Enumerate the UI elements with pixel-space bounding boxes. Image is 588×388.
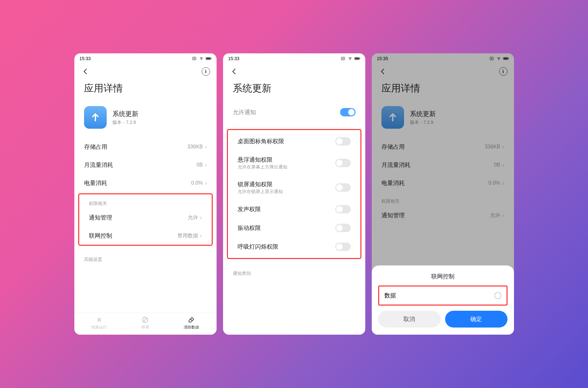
data-row[interactable]: 月流量消耗 0B› [74,156,217,174]
status-icons [340,56,360,61]
chevron-right-icon: › [502,212,504,219]
disable-label: 停用 [141,325,149,330]
lockscreen-permission-row[interactable]: 锁屏通知权限 允许在锁屏上显示通知 [228,175,360,200]
highlight-box-permissions: 权限相关 通知管理 允许› 联网控制 禁用数据› [78,193,213,246]
wifi-icon [347,56,353,61]
network-control-row[interactable]: 联网控制 禁用数据› [79,227,212,245]
battery-label: 电量消耗 [84,179,107,187]
svg-point-12 [498,59,499,60]
notification-value: 允许 [490,212,500,219]
chevron-right-icon: › [205,180,207,187]
chevron-right-icon: › [205,144,207,150]
notification-mgmt-row[interactable]: 通知管理 允许› [79,209,212,227]
sound-permission-toggle[interactable] [335,205,351,213]
storage-value: 336KB [187,144,203,150]
permission-section-label: 权限相关 [79,194,212,209]
bottom-action-bar: 结束运行 停用 清除数据 [74,313,217,335]
allow-notification-toggle[interactable] [340,108,356,116]
storage-label: 存储占用 [84,143,107,151]
disable-button[interactable]: 停用 [141,316,149,330]
chevron-right-icon: › [200,214,202,221]
app-name: 系统更新 [410,110,436,118]
app-icon [381,106,404,129]
page-title: 应用详情 [372,79,514,102]
title-bar [223,62,365,79]
notification-mgmt-row[interactable]: 通知管理 允许› [372,206,514,224]
storage-row[interactable]: 存储占用 336KB› [74,138,217,156]
data-option-radio[interactable] [494,292,501,299]
app-version: 版本：7.2.9 [410,120,436,125]
led-permission-toggle[interactable] [335,242,351,251]
title-bar: i [74,62,217,79]
network-value: 禁用数据 [177,232,198,239]
notification-label: 通知管理 [381,211,405,219]
info-icon[interactable]: i [499,67,508,76]
svg-rect-4 [206,58,210,59]
status-time: 15:33 [228,56,240,61]
back-button[interactable] [230,67,239,76]
battery-icon [354,56,360,61]
data-option-row[interactable]: 数据 [379,286,507,305]
page-title: 系统更新 [223,79,365,102]
floating-permission-toggle[interactable] [335,159,351,167]
sheet-title: 联网控制 [378,273,508,280]
cancel-label: 取消 [403,315,415,323]
close-x-icon [489,56,495,61]
svg-point-7 [350,59,350,60]
network-label: 联网控制 [89,232,112,240]
divider [233,127,356,127]
cancel-button[interactable]: 取消 [378,311,441,328]
app-version: 版本：7.2.9 [112,120,138,125]
perm-title: 振动权限 [238,224,261,232]
data-value: 0B [197,162,203,168]
battery-row[interactable]: 电量消耗 0.0%› [372,174,514,192]
wifi-icon [198,56,204,61]
back-button[interactable] [378,67,387,76]
confirm-button[interactable]: 确定 [445,311,508,328]
status-bar: 15:33 [74,53,217,62]
phone-screen-3: 15:35 i 应用详情 系统更新 版本：7.2.9 存储占用 [372,53,514,335]
perm-subtitle: 允许在屏幕上方弹出通知 [238,164,287,170]
badge-permission-row[interactable]: 桌面图标角标权限 [228,132,360,151]
svg-point-1 [201,59,202,60]
vibrate-permission-row[interactable]: 振动权限 [228,219,360,237]
battery-row[interactable]: 电量消耗 0.0%› [74,174,217,192]
allow-notification-label: 允许通知 [233,108,256,116]
advanced-section-label: 高级设置 [74,247,217,264]
clear-data-button[interactable]: 清除数据 [184,316,199,330]
force-stop-button[interactable]: 结束运行 [91,316,107,330]
back-button[interactable] [81,67,90,76]
badge-permission-toggle[interactable] [335,137,351,146]
svg-rect-9 [359,58,360,59]
phone-screen-1: 15:33 i 应用详情 系统更新 版本：7.2.9 存储占用 336KB› 月… [74,53,217,335]
lockscreen-permission-toggle[interactable] [335,183,351,192]
floating-permission-row[interactable]: 悬浮通知权限 允许在屏幕上方弹出通知 [228,151,360,175]
phone-screen-2: 15:33 系统更新 允许通知 桌面图标角标权限 悬浮通知权限 允许在屏幕上方弹… [223,53,365,335]
page-title: 应用详情 [74,79,217,102]
chevron-right-icon: › [200,232,202,239]
data-value: 0B [494,162,500,168]
chevron-right-icon: › [502,162,504,168]
data-row[interactable]: 月流量消耗 0B› [372,156,514,174]
led-permission-row[interactable]: 呼吸灯闪烁权限 [228,237,360,256]
storage-row[interactable]: 存储占用 336KB› [372,138,514,156]
data-option-label: 数据 [384,292,396,299]
status-icons [191,56,211,61]
highlight-box-data-option: 数据 [378,286,508,306]
allow-notification-row[interactable]: 允许通知 [223,102,365,125]
title-bar: i [372,62,514,79]
notification-value: 允许 [188,214,198,221]
close-x-icon [340,56,346,61]
vibrate-permission-toggle[interactable] [335,224,351,232]
perm-title: 发声权限 [238,205,261,213]
storage-value: 336KB [485,144,500,150]
info-icon[interactable]: i [202,67,210,76]
notification-category-label: 通知类别 [223,262,365,278]
data-label: 月流量消耗 [381,161,411,169]
perm-title: 呼吸灯闪烁权限 [238,243,278,251]
battery-icon [206,56,211,61]
sound-permission-row[interactable]: 发声权限 [228,200,360,219]
battery-label: 电量消耗 [381,179,405,187]
perm-title: 桌面图标角标权限 [238,137,284,145]
wifi-icon [496,56,502,61]
